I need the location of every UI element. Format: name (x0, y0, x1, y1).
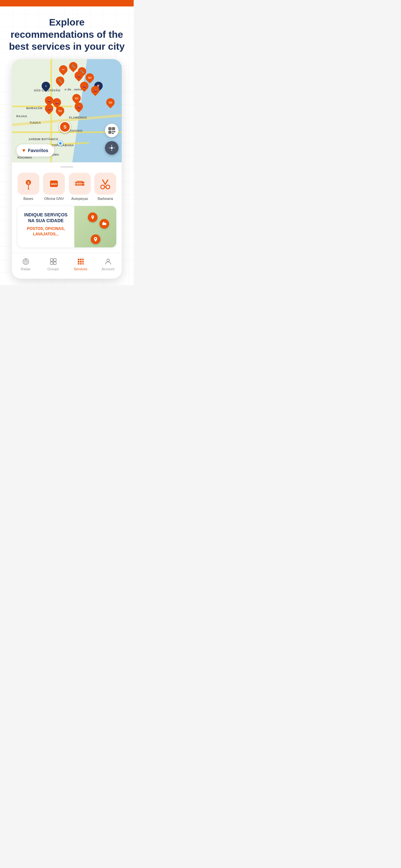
svg-rect-1 (110, 128, 111, 129)
map-area[interactable]: SÃO CRISTÓVÃO MARACÃN RAJAU TIJUCA FLAME… (12, 59, 122, 162)
nav-label-radar: Radar (21, 267, 31, 271)
service-label-autopecas: Autopeças (71, 197, 88, 200)
svg-rect-37 (82, 259, 84, 260)
svg-point-27 (95, 238, 96, 239)
qr-button[interactable] (105, 124, 119, 137)
service-item-bases[interactable]: S Bases (17, 173, 40, 200)
nav-label-groups: Groups (47, 267, 59, 271)
svg-point-24 (92, 216, 93, 217)
svg-rect-35 (78, 259, 80, 260)
svg-rect-26 (103, 222, 104, 223)
services-icon (76, 257, 85, 266)
sheet-handle (60, 166, 73, 167)
svg-point-12 (28, 188, 29, 190)
groups-icon (49, 257, 58, 266)
svg-rect-16 (76, 181, 83, 182)
svg-rect-34 (54, 262, 56, 265)
svg-rect-3 (113, 128, 114, 129)
svg-rect-40 (82, 261, 84, 262)
promo-image (74, 206, 116, 247)
svg-point-22 (106, 185, 110, 189)
svg-rect-41 (78, 263, 80, 265)
svg-rect-43 (82, 263, 84, 265)
svg-rect-5 (110, 131, 111, 133)
svg-rect-39 (80, 261, 82, 262)
nav-item-services[interactable]: Services (67, 256, 94, 272)
svg-rect-36 (80, 259, 82, 260)
promo-card[interactable]: INDIQUE SERVIÇOS NA SUA CIDADE POSTOS, O… (17, 206, 117, 248)
service-item-gnv[interactable]: GNV Oficina GNV (43, 173, 66, 200)
svg-text:GNV: GNV (51, 182, 57, 186)
svg-point-44 (107, 259, 110, 261)
svg-rect-7 (114, 131, 115, 132)
svg-rect-31 (50, 259, 53, 261)
location-button[interactable] (105, 141, 119, 155)
svg-rect-25 (102, 223, 106, 225)
svg-rect-33 (50, 262, 53, 265)
service-item-autopecas[interactable]: Autopeças (68, 173, 91, 200)
bottom-nav: Radar Groups (12, 253, 122, 279)
service-label-bases: Bases (23, 197, 33, 200)
svg-point-21 (101, 185, 104, 189)
svg-rect-32 (54, 259, 56, 261)
svg-rect-42 (80, 263, 82, 265)
nav-item-radar[interactable]: Radar (12, 256, 39, 272)
services-grid: S Bases GNV Oficina G (17, 173, 117, 200)
hero-title: Explore recommendations of the best serv… (8, 16, 126, 53)
favoritos-button[interactable]: ♥ Favoritos (17, 144, 54, 157)
svg-text:S: S (27, 181, 29, 185)
favoritos-label: Favoritos (28, 148, 49, 153)
heart-icon: ♥ (22, 148, 26, 153)
hero-section: Explore recommendations of the best serv… (0, 6, 134, 285)
svg-point-9 (111, 147, 113, 149)
svg-rect-6 (112, 131, 114, 132)
service-label-barbearia: Barbearia (97, 197, 113, 200)
radar-icon (21, 257, 30, 266)
bottom-sheet: S Bases GNV Oficina G (12, 162, 122, 253)
map-center-logo: S (59, 121, 71, 133)
status-bar (0, 0, 134, 6)
service-item-barbearia[interactable]: Barbearia (94, 173, 117, 200)
service-label-gnv: Oficina GNV (44, 197, 64, 200)
promo-title: INDIQUE SERVIÇOS NA SUA CIDADE (22, 212, 70, 223)
nav-label-account: Account (102, 267, 115, 271)
promo-text: INDIQUE SERVIÇOS NA SUA CIDADE POSTOS, O… (18, 206, 74, 247)
svg-rect-38 (78, 261, 80, 262)
account-icon (104, 257, 113, 266)
phone-mockup: SÃO CRISTÓVÃO MARACÃN RAJAU TIJUCA FLAME… (12, 59, 122, 279)
nav-item-groups[interactable]: Groups (39, 256, 67, 272)
svg-rect-8 (112, 133, 114, 134)
promo-subtitle: POSTOS, OFICINAS, LAVAJATOS... (22, 226, 70, 237)
nav-item-account[interactable]: Account (94, 256, 122, 272)
nav-label-services: Services (73, 267, 87, 271)
